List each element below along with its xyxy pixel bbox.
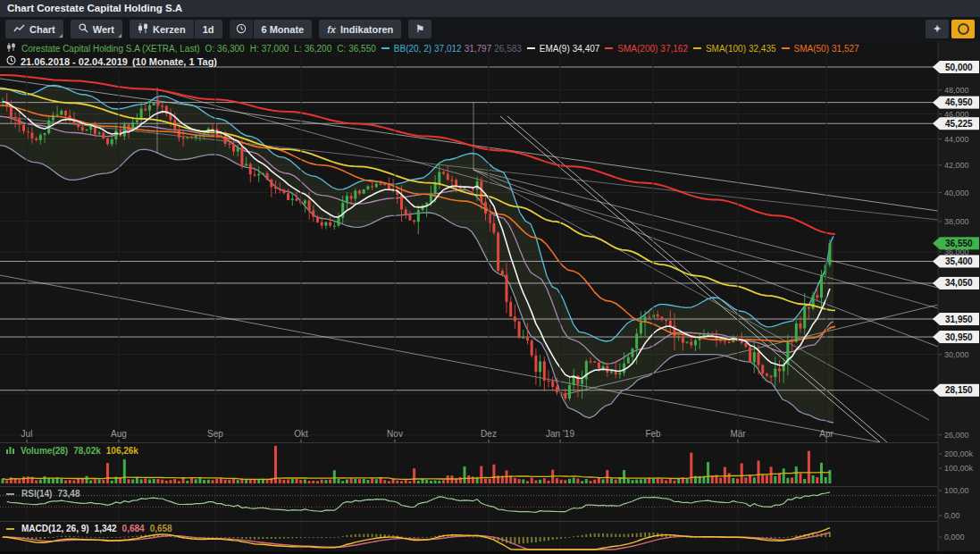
legend-sma200[interactable]: SMA(200)37,162 [605, 44, 688, 54]
macd-hist-value: 0,658 [150, 524, 172, 533]
interval-label: 1d [203, 24, 214, 35]
svg-text:100,00: 100,00 [944, 486, 969, 495]
volume-ma-value: 106,26k [106, 446, 138, 456]
svg-text:Nov: Nov [387, 429, 403, 439]
svg-text:45,225: 45,225 [945, 119, 973, 129]
rsi-label: RSI(14) [21, 489, 52, 499]
date-range-row: 21.06.2018 - 02.04.2019 (10 Monate, 1 Ta… [6, 55, 217, 67]
sparkle-icon: ✦ [933, 23, 941, 35]
svg-text:Mär: Mär [730, 429, 746, 439]
toolbar: Chart Wert Kerzen 1d [0, 17, 980, 41]
macd-signal-value: 0,684 [122, 524, 145, 533]
clock-icon [6, 55, 16, 67]
candle-style-label: Kerzen [153, 24, 186, 35]
sma200-swatch-icon [605, 47, 613, 49]
svg-text:30,000: 30,000 [944, 350, 969, 359]
date-range-detail: (10 Monate, 1 Tag) [132, 56, 217, 67]
svg-text:46,000: 46,000 [944, 110, 969, 119]
macd-label: MACD(12, 26, 9) [21, 524, 89, 533]
legend-sma50[interactable]: SMA(50)31,527 [782, 44, 859, 54]
time-range-clock-button[interactable] [230, 20, 253, 38]
instrument-search-label: Wert [93, 24, 114, 35]
svg-text:46,950: 46,950 [945, 97, 973, 107]
instrument-search-button[interactable]: Wert [71, 20, 122, 38]
instrument-icon [6, 43, 16, 54]
svg-text:Feb: Feb [645, 429, 661, 439]
ema-swatch-icon [527, 47, 535, 49]
legend-sma100[interactable]: SMA(100)32,435 [693, 44, 776, 54]
volume-label: Volume(28) [21, 446, 68, 456]
macd-value: 1,342 [95, 524, 117, 533]
time-range-group: 6 Monate [230, 20, 313, 38]
chart-type-label: Chart [29, 24, 55, 35]
svg-text:Jan '19: Jan '19 [546, 429, 574, 439]
svg-text:28,150: 28,150 [945, 385, 973, 395]
svg-text:Sep: Sep [207, 429, 223, 439]
search-icon [79, 23, 88, 35]
time-range-button[interactable]: 6 Monate [254, 20, 313, 38]
svg-text:26,000: 26,000 [944, 431, 969, 440]
ohlc-open: O:36,300 [205, 44, 245, 54]
svg-text:0,000: 0,000 [944, 533, 965, 541]
interval-button[interactable]: 1d [195, 20, 222, 38]
svg-text:200,00k: 200,00k [944, 449, 974, 458]
legend-bb[interactable]: BB(20, 2)37,01231,79726,583 [381, 44, 522, 54]
svg-text:0,00: 0,00 [944, 511, 960, 520]
svg-text:Dez: Dez [481, 429, 497, 439]
dropdown-caret-icon [118, 34, 121, 38]
indicators-button[interactable]: fx Indikatoren [319, 20, 401, 38]
svg-text:34,050: 34,050 [945, 278, 973, 288]
record-button[interactable] [951, 20, 975, 38]
bb-swatch-icon [381, 47, 389, 49]
rsi-legend[interactable]: RSI(14) 73,48 [6, 489, 80, 499]
svg-text:31,950: 31,950 [945, 315, 973, 324]
legend-ema[interactable]: EMA(9)34,407 [527, 44, 600, 54]
candle-interval-group: Kerzen 1d [130, 20, 222, 38]
candle-style-button[interactable]: Kerzen [130, 20, 194, 38]
indicators-label: Indikatoren [340, 24, 393, 35]
fx-icon: fx [327, 24, 336, 35]
bookmark-icon: ⚑ [415, 23, 424, 35]
svg-text:48,000: 48,000 [944, 86, 969, 95]
toolbar-right-tools: ✦ [926, 20, 975, 38]
clock-icon [236, 23, 247, 36]
svg-text:Okt: Okt [294, 429, 308, 439]
ohlc-low: L:36,200 [294, 44, 331, 54]
svg-text:Jul: Jul [21, 429, 33, 439]
svg-text:44,000: 44,000 [944, 135, 969, 144]
svg-text:Aug: Aug [111, 429, 127, 439]
volume-value: 78,02k [73, 446, 101, 456]
volume-legend[interactable]: Volume(28) 78,02k 106,26k [6, 446, 138, 456]
macd-swatch-icon [6, 528, 14, 530]
chart-canvas[interactable]: JulAugSepOktNovDezJan '19FebMärApr48,000… [0, 0, 980, 554]
time-range-label: 6 Monate [262, 24, 305, 35]
sma50-swatch-icon [782, 47, 790, 49]
ohlc-close: C:36,550 [337, 44, 376, 54]
line-chart-icon [13, 24, 25, 35]
svg-text:100,00k: 100,00k [944, 464, 974, 473]
svg-text:40,000: 40,000 [944, 189, 969, 197]
candles-icon [138, 23, 148, 35]
instrument-name[interactable]: Corestate Capital Holding S.A (XETRA, La… [21, 44, 200, 54]
sma100-swatch-icon [693, 47, 701, 49]
dropdown-caret-icon [59, 34, 63, 38]
svg-text:50,000: 50,000 [945, 63, 973, 72]
circle-icon [958, 23, 969, 35]
rsi-value: 73,48 [57, 489, 80, 499]
chart-type-button[interactable]: Chart [5, 20, 63, 38]
svg-text:35,400: 35,400 [945, 256, 973, 266]
svg-text:36,550: 36,550 [945, 239, 973, 248]
chart-window: Chart Corestate Capital Holding S.A Char… [0, 0, 980, 554]
window-title: Chart Corestate Capital Holding S.A [0, 0, 980, 17]
svg-text:38,000: 38,000 [944, 217, 969, 226]
magic-wand-button[interactable]: ✦ [926, 20, 949, 38]
svg-text:30,950: 30,950 [945, 332, 973, 342]
svg-text:Apr: Apr [819, 429, 833, 439]
rsi-swatch-icon [6, 493, 14, 495]
volume-icon [6, 446, 15, 456]
date-range-label: 21.06.2018 - 02.04.2019 [21, 56, 128, 67]
macd-legend[interactable]: MACD(12, 26, 9) 1,342 0,684 0,658 [6, 524, 172, 533]
bookmark-button[interactable]: ⚑ [408, 20, 431, 38]
ohlc-high: H:37,000 [250, 44, 289, 54]
main-legend: Corestate Capital Holding S.A (XETRA, La… [6, 43, 859, 54]
